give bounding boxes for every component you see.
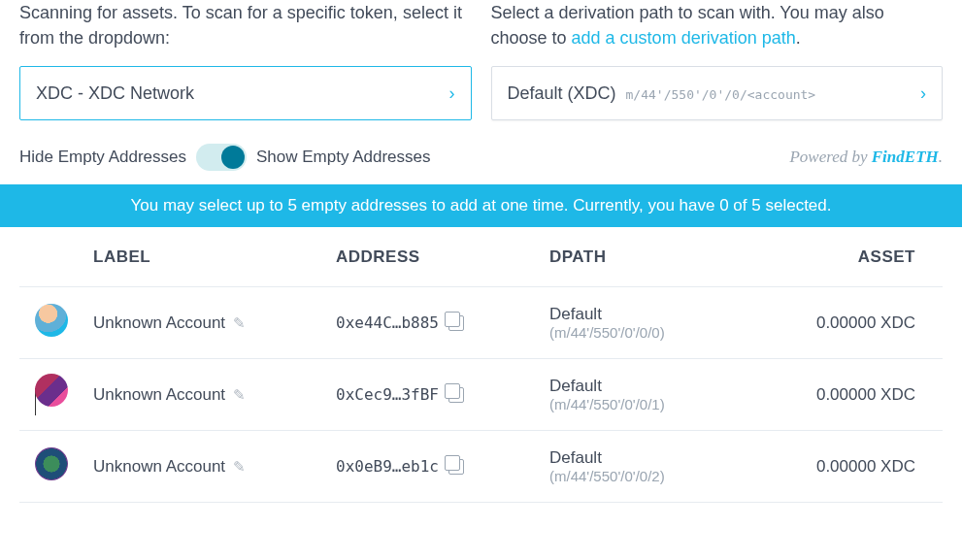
col-asset: ASSET	[753, 247, 927, 267]
account-asset: 0.00000 XDC	[753, 385, 927, 405]
toggle-label-hide: Hide Empty Addresses	[19, 148, 186, 167]
chevron-right-icon: ›	[449, 83, 455, 104]
toggle-label-show: Show Empty Addresses	[256, 148, 431, 167]
avatar	[35, 374, 68, 407]
account-asset: 0.00000 XDC	[753, 313, 927, 333]
dpath-select-path: m/44'/550'/0'/0/<account>	[626, 87, 816, 102]
pencil-icon[interactable]: ✎	[233, 458, 246, 476]
chevron-right-icon: ›	[920, 83, 926, 104]
powered-suffix: .	[939, 148, 943, 166]
dpath-name: Default	[549, 447, 753, 468]
dpath-path: (m/44'/550'/0'/0/1)	[549, 396, 753, 414]
scan-description: Scanning for assets. To scan for a speci…	[19, 0, 472, 50]
account-asset: 0.00000 XDC	[753, 457, 927, 477]
table-row[interactable]: Unknown Account ✎ 0xe44C…b885 Default (m…	[19, 287, 943, 359]
token-select[interactable]: XDC - XDC Network ›	[19, 66, 472, 120]
account-address: 0xe44C…b885	[336, 313, 439, 332]
pencil-icon[interactable]: ✎	[233, 314, 246, 332]
empty-addresses-toggle[interactable]	[196, 144, 247, 171]
dpath-select-value: Default (XDC)	[508, 83, 616, 104]
dpath-name: Default	[549, 376, 753, 396]
account-address: 0x0eB9…eb1c	[336, 457, 439, 476]
account-label: Unknown Account	[93, 313, 225, 333]
accounts-table: LABEL ADDRESS DPATH ASSET Unknown Accoun…	[19, 227, 943, 503]
table-row[interactable]: Unknown Account ✎ 0x0eB9…eb1c Default (m…	[19, 431, 943, 503]
table-row[interactable]: Unknown Account ✎ 0xCec9…3fBF Default (m…	[19, 359, 943, 431]
add-custom-dpath-link[interactable]: add a custom derivation path	[572, 28, 796, 48]
copy-icon[interactable]	[448, 315, 464, 331]
col-dpath: DPATH	[549, 247, 753, 267]
selection-banner: You may select up to 5 empty addresses t…	[0, 184, 962, 227]
avatar	[35, 304, 68, 337]
token-select-value: XDC - XDC Network	[36, 83, 194, 104]
pencil-icon[interactable]: ✎	[233, 386, 246, 404]
account-label: Unknown Account	[93, 457, 225, 477]
toggle-knob	[221, 146, 245, 169]
powered-prefix: Powered by	[789, 148, 871, 166]
col-address: ADDRESS	[336, 247, 549, 267]
copy-icon[interactable]	[448, 387, 464, 403]
powered-by: Powered by FindETH.	[789, 148, 943, 167]
dpath-desc-suffix: .	[796, 28, 801, 48]
dpath-name: Default	[549, 304, 753, 324]
dpath-select[interactable]: Default (XDC) m/44'/550'/0'/0/<account> …	[491, 66, 944, 120]
table-header: LABEL ADDRESS DPATH ASSET	[19, 227, 943, 287]
copy-icon[interactable]	[448, 459, 464, 475]
dpath-description: Select a derivation path to scan with. Y…	[491, 0, 944, 50]
account-address: 0xCec9…3fBF	[336, 385, 439, 404]
dpath-path: (m/44'/550'/0'/0/0)	[549, 324, 753, 343]
dpath-path: (m/44'/550'/0'/0/2)	[549, 468, 753, 486]
col-label: LABEL	[93, 247, 336, 267]
account-label: Unknown Account	[93, 385, 225, 405]
avatar	[35, 447, 68, 480]
findeth-link[interactable]: FindETH	[872, 148, 939, 166]
